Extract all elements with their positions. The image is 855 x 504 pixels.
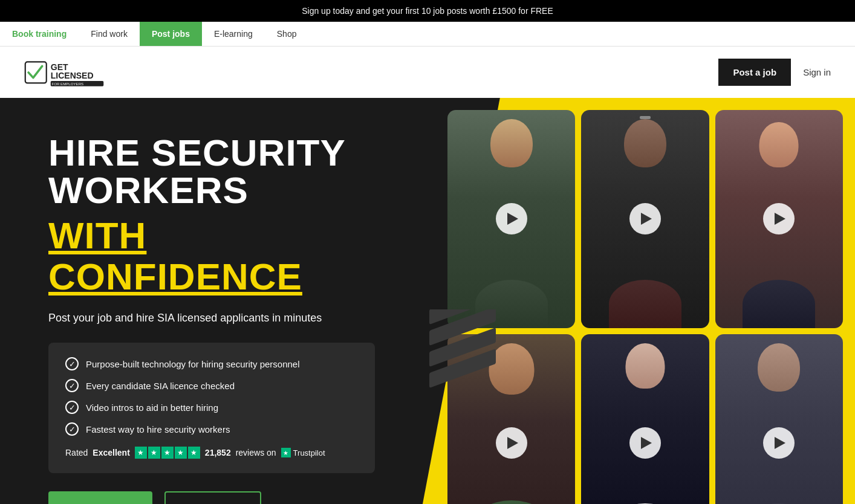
top-banner: Sign up today and get your first 10 job … xyxy=(0,0,855,22)
trustpilot-reviews-on: reviews on xyxy=(236,448,276,457)
check-icon-4: ✓ xyxy=(65,422,79,436)
video-thumb-3[interactable] xyxy=(715,110,843,328)
hero-title-line2: WITH CONFIDENCE xyxy=(48,215,375,297)
feature-text-1: Purpose-built technology for hiring secu… xyxy=(86,359,300,369)
nav-item-shop[interactable]: Shop xyxy=(265,22,309,46)
trustpilot-logo-star: ★ xyxy=(281,448,291,457)
tp-star-1: ★ xyxy=(135,447,147,459)
hero-section: HIRE SECURITY WORKERS WITH CONFIDENCE Po… xyxy=(0,98,411,504)
feature-text-4: Fastest way to hire security workers xyxy=(86,424,230,435)
svg-text:FOR EMPLOYERS: FOR EMPLOYERS xyxy=(52,82,84,86)
play-triangle-2 xyxy=(641,213,652,225)
trustpilot-stars: ★ ★ ★ ★ ★ xyxy=(135,447,200,459)
tp-star-4: ★ xyxy=(175,447,187,459)
trustpilot-excellent: Excellent xyxy=(93,448,129,457)
play-triangle-3 xyxy=(775,213,785,225)
play-button-6[interactable] xyxy=(763,427,795,459)
play-button-5[interactable] xyxy=(629,427,661,459)
video-thumb-5[interactable] xyxy=(581,334,709,504)
play-triangle-1 xyxy=(507,213,518,225)
logo-image: GET LICENSED FOR EMPLOYERS xyxy=(24,56,109,89)
hero-subtitle: Post your job and hire SIA licensed appl… xyxy=(48,312,375,325)
lets-talk-button[interactable]: Let's Talk xyxy=(164,491,261,504)
diagonal-decoration xyxy=(429,309,496,418)
site-header: GET LICENSED FOR EMPLOYERS Post a job Si… xyxy=(0,47,855,98)
nav-item-post-jobs[interactable]: Post jobs xyxy=(140,22,202,46)
feature-item-3: ✓ Video intros to aid in better hiring xyxy=(65,401,358,414)
feature-text-3: Video intros to aid in better hiring xyxy=(86,402,218,413)
nav-bar: Book training Find work Post jobs E-lear… xyxy=(0,22,855,47)
play-button-4[interactable] xyxy=(496,427,527,459)
play-button-3[interactable] xyxy=(763,203,795,234)
video-panel xyxy=(411,98,855,504)
feature-item-4: ✓ Fastest way to hire security workers xyxy=(65,422,358,436)
nav-item-book-training[interactable]: Book training xyxy=(0,22,79,46)
play-button-2[interactable] xyxy=(629,203,661,234)
trustpilot-count: 21,852 xyxy=(205,448,231,457)
trustpilot-brand: Trustpilot xyxy=(293,448,325,457)
check-icon-3: ✓ xyxy=(65,401,79,414)
tp-star-2: ★ xyxy=(148,447,160,459)
feature-box: ✓ Purpose-built technology for hiring se… xyxy=(48,343,375,473)
trustpilot-row: Rated Excellent ★ ★ ★ ★ ★ 21,852 reviews… xyxy=(65,447,358,459)
top-banner-text: Sign up today and get your first 10 job … xyxy=(302,6,553,16)
nav-item-find-work[interactable]: Find work xyxy=(79,22,140,46)
play-triangle-4 xyxy=(507,437,518,449)
sign-in-link[interactable]: Sign in xyxy=(803,67,831,77)
video-thumb-6[interactable] xyxy=(715,334,843,504)
header-actions: Post a job Sign in xyxy=(718,59,831,86)
logo[interactable]: GET LICENSED FOR EMPLOYERS xyxy=(24,56,109,89)
feature-item-2: ✓ Every candidate SIA licence checked xyxy=(65,379,358,392)
svg-text:LICENSED: LICENSED xyxy=(51,71,94,80)
check-icon-1: ✓ xyxy=(65,357,79,370)
tp-star-5: ★ xyxy=(188,447,200,459)
feature-item-1: ✓ Purpose-built technology for hiring se… xyxy=(65,357,358,370)
play-triangle-5 xyxy=(641,437,652,449)
video-thumb-2[interactable] xyxy=(581,110,709,328)
check-icon-2: ✓ xyxy=(65,379,79,392)
play-button-1[interactable] xyxy=(496,203,527,234)
video-thumb-1[interactable] xyxy=(447,110,575,328)
play-triangle-6 xyxy=(775,437,785,449)
cta-row: Get Started Let's Talk xyxy=(48,491,375,504)
hero-title-line1: HIRE SECURITY WORKERS xyxy=(48,134,375,209)
tp-star-3: ★ xyxy=(161,447,174,459)
feature-text-2: Every candidate SIA licence checked xyxy=(86,381,235,391)
main-content: HIRE SECURITY WORKERS WITH CONFIDENCE Po… xyxy=(0,98,855,504)
post-job-button[interactable]: Post a job xyxy=(718,59,791,86)
nav-item-elearning[interactable]: E-learning xyxy=(202,22,265,46)
video-grid xyxy=(411,98,855,504)
get-started-button[interactable]: Get Started xyxy=(48,491,152,504)
trustpilot-rated: Rated xyxy=(65,448,88,457)
trustpilot-logo: ★ Trustpilot xyxy=(281,448,325,457)
